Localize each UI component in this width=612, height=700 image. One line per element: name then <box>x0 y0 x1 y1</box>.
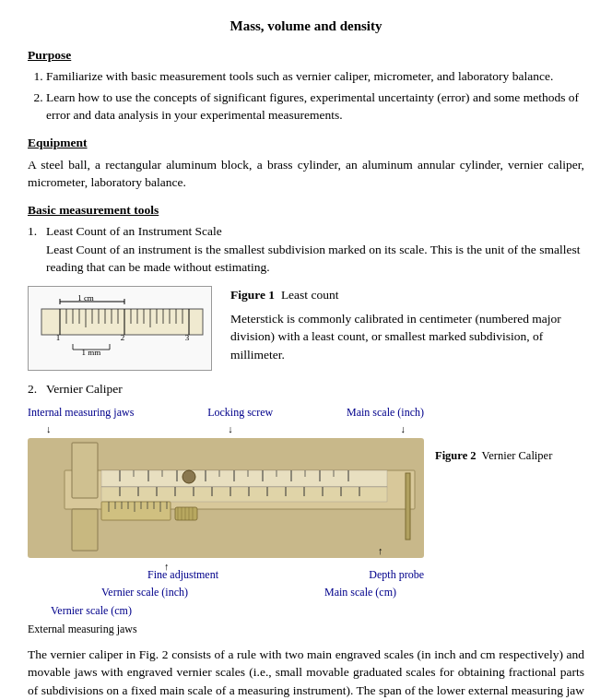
arrow-depth: ↑ <box>378 544 383 559</box>
item1-title: Least Count of an Instrument Scale <box>46 224 222 238</box>
bottom-ann-row1: Fine adjustment Depth probe <box>28 567 424 583</box>
ann-main-cm: Main scale (cm) <box>324 585 424 600</box>
ann-external-jaws: External measuring jaws <box>28 623 137 635</box>
equipment-heading: Equipment <box>28 134 584 152</box>
purpose-heading: Purpose <box>28 46 584 65</box>
caliper-image-wrap: ↑ ↑ <box>28 438 424 564</box>
figure1-label: Figure 1 Least count <box>230 286 584 304</box>
equipment-text: A steel ball, a rectangular aluminum blo… <box>28 156 584 192</box>
item2-title: Vernier Caliper <box>46 380 123 398</box>
figure2-label: Figure 2 Vernier Caliper <box>435 447 552 464</box>
item2-number: 2. <box>28 380 42 398</box>
least-count-section: 1. Least Count of an Instrument Scale Le… <box>28 222 584 277</box>
svg-text:3: 3 <box>185 333 190 342</box>
ann-fine-adj: Fine adjustment <box>28 567 218 583</box>
purpose-item-1: Familiarize with basic measurement tools… <box>46 67 584 86</box>
svg-rect-84 <box>175 507 197 520</box>
ann-internal-jaws: Internal measuring jaws <box>28 405 134 421</box>
figure2-side-label: Figure 2 Vernier Caliper <box>435 438 552 464</box>
vernier-body-text-1: The vernier caliper in Fig. 2 consists o… <box>28 646 584 700</box>
figure1-caption-area: Figure 1 Least count Meterstick is commo… <box>230 286 584 369</box>
svg-rect-4 <box>41 309 203 335</box>
caliper-section: Internal measuring jaws Locking screw Ma… <box>28 405 584 637</box>
basic-tools-heading: Basic measurement tools <box>28 201 584 219</box>
purpose-item-2: Learn how to use the concepts of signifi… <box>46 89 584 125</box>
svg-text:1 mm: 1 mm <box>82 348 101 357</box>
arrow-internal-jaws: ↓ <box>28 422 52 437</box>
svg-point-71 <box>182 470 195 483</box>
bottom-annotations: Fine adjustment Depth probe Vernier scal… <box>28 567 424 638</box>
top-annotations: Internal measuring jaws Locking screw Ma… <box>28 405 424 421</box>
svg-rect-35 <box>72 443 98 498</box>
svg-text:1: 1 <box>56 333 61 342</box>
page-title: Mass, volume and density <box>28 17 584 37</box>
top-arrows: ↓ ↓ ↓ <box>28 422 424 437</box>
ann-locking-screw: Locking screw <box>207 405 273 421</box>
ruler-figure: 1 cm 1 2 3 <box>28 286 212 371</box>
ruler-svg: 1 cm 1 2 3 <box>28 286 212 371</box>
vernier-section-header: 2. Vernier Caliper <box>28 380 584 398</box>
bottom-ann-row3: Vernier scale (cm) <box>28 603 424 619</box>
arrow-main-inch: ↓ <box>401 422 425 437</box>
svg-text:2: 2 <box>121 333 125 342</box>
item1-text: Least Count of an instrument is the smal… <box>46 243 580 275</box>
ruler-svg-element: 1 cm 1 2 3 <box>32 292 209 357</box>
ann-vernier-cm: Vernier scale (cm) <box>28 604 132 617</box>
ann-vernier-inch: Vernier scale (inch) <box>28 585 188 600</box>
svg-text:1 cm: 1 cm <box>77 293 94 303</box>
svg-rect-37 <box>101 470 387 487</box>
ann-depth-probe: Depth probe <box>369 567 424 583</box>
arrow-locking: ↓ <box>218 422 233 437</box>
item1-number: 1. <box>28 222 42 277</box>
svg-rect-56 <box>101 487 387 502</box>
ann-main-scale-inch: Main scale (inch) <box>347 405 424 421</box>
purpose-list: Familiarize with basic measurement tools… <box>28 67 584 125</box>
caliper-svg <box>28 438 424 558</box>
svg-rect-72 <box>406 473 410 540</box>
arrow-fine-adj: ↑ <box>164 560 170 575</box>
bottom-ann-row4: External measuring jaws <box>28 622 424 637</box>
svg-rect-36 <box>72 509 98 551</box>
figure1-desc: Meterstick is commonly calibrated in cen… <box>230 310 584 364</box>
bottom-ann-row2: Vernier scale (inch) Main scale (cm) <box>28 585 424 600</box>
caliper-row: ↑ ↑ Figure 2 Vernier Caliper <box>28 438 584 564</box>
figure1-container: 1 cm 1 2 3 <box>28 286 584 371</box>
